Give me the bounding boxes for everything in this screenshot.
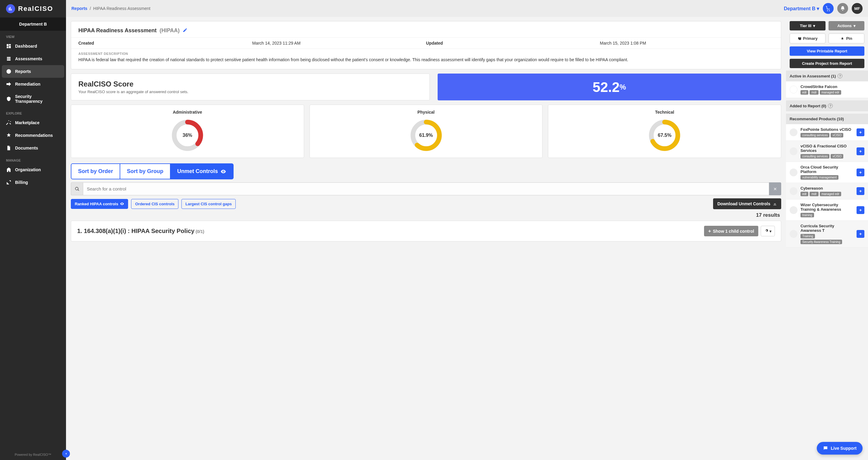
tab-sort-order[interactable]: Sort by Order [71,163,120,179]
view-printable-button[interactable]: View Printable Report [789,47,864,56]
product-name: Curricula Security Awareness T [801,224,854,233]
add-product-button[interactable]: + [857,206,864,214]
actions-dropdown[interactable]: Actions ▾ [829,21,864,30]
nav-item-label: Marketplace [15,120,39,125]
product-name: Wizer Cybersecurity Training & Awareness [801,203,854,212]
nav-documents[interactable]: Documents [0,142,66,154]
nav-billing[interactable]: Billing [0,176,66,189]
add-product-button[interactable]: + [857,128,864,136]
product-tag: vCISO [831,154,843,159]
product-tag: mdr [809,192,818,196]
sidebar: RealCISO Department B VIEWDashboardAsses… [0,0,66,460]
updated-value: March 15, 2023 1:08 PM [600,41,646,45]
active-product-item[interactable]: CrowdStrike Falcon edrmdrmanaged edr [786,82,868,98]
product-tag: edr [801,90,808,95]
tab-unmet-controls[interactable]: Unmet Controls [170,163,234,179]
product-logo-icon [789,230,798,238]
score-percent: % [620,83,626,91]
recommended-products-header: Recommended Products (10) [786,114,868,124]
nav-assessments[interactable]: Assessments [0,53,66,65]
product-name: Cybereason [801,186,854,190]
breadcrumb-current: HIPAA Readiness Assessment [93,6,150,11]
description-label: ASSESSMENT DESCRIPTION [71,49,781,57]
nav-reports[interactable]: Reports [2,65,64,78]
product-tag: mdr [809,90,818,95]
add-product-button[interactable]: + [857,187,864,195]
results-count: 17 results [72,212,780,218]
tier-dropdown[interactable]: Tier III ▾ [789,21,826,30]
product-tag: Security Awareness Training [801,240,842,244]
recommended-product-item[interactable]: Curricula Security Awareness T TrainingS… [786,221,868,247]
search-input[interactable] [83,182,769,195]
description-text: HIPAA is federal law that required the c… [71,57,781,69]
nav-item-label: Security Transparency [15,94,60,104]
control-gear-button[interactable]: ▾ [761,226,775,236]
tab-sort-group[interactable]: Sort by Group [120,163,170,179]
sidebar-department: Department B [0,18,66,31]
nav-section-label: MANAGE [0,154,66,163]
pin-button[interactable]: Pin [829,33,864,43]
clear-search-button[interactable]: ✕ [769,182,781,195]
tenant-dropdown[interactable]: Department B ▾ [784,6,819,11]
pill-ordered-cis[interactable]: Ordered CIS controls [131,199,179,209]
donut-value: 36% [183,133,192,138]
assessment-subtitle: (HIPAA) [159,27,180,34]
product-name: Orca Cloud Security Platform [801,165,854,174]
product-tag: vulnerability management [801,175,838,180]
brand-name: RealCISO [18,5,53,13]
brand-logo-icon [6,4,15,13]
add-product-button[interactable]: + [857,168,864,176]
nav-organization[interactable]: Organization [0,163,66,176]
breadcrumb-root[interactable]: Reports [71,6,87,11]
nav-recommendations[interactable]: Recommendations [0,129,66,142]
donut-title: Technical [553,110,776,115]
primary-button[interactable]: Primary [789,33,826,43]
sidebar-collapse-button[interactable] [62,450,70,458]
recommended-product-item[interactable]: FoxPointe Solutions vCISO consulting ser… [786,124,868,141]
live-support-button[interactable]: Live Support [817,442,863,455]
product-logo-icon [789,128,798,136]
donut-card-physical: Physical 61.9% [310,104,543,158]
search-icon [71,182,83,195]
nav-item-label: Remediation [15,82,40,87]
sidebar-footer: Powered by RealCISO™ [0,449,66,460]
product-tag: consulting services [801,133,830,137]
content-area: HIPAA Readiness Assessment (HIPAA) Creat… [66,17,786,460]
user-avatar[interactable]: MF [852,3,863,14]
add-product-button[interactable]: + [857,147,864,155]
cart-button[interactable] [823,3,834,14]
nav-item-label: Assessments [15,56,42,61]
product-tag: managed edr [820,192,841,196]
show-child-button[interactable]: + Show 1 child control [704,226,758,236]
recommended-product-item[interactable]: vCISO & Fractional CISO Services consult… [786,141,868,162]
nav-dashboard[interactable]: Dashboard [0,40,66,53]
donut-title: Administrative [76,110,299,115]
create-project-button[interactable]: Create Project from Report [789,59,864,68]
recommended-product-item[interactable]: Orca Cloud Security Platform vulnerabili… [786,162,868,183]
nav-security-transparency-icon [6,96,11,101]
recommended-product-item[interactable]: Wizer Cybersecurity Training & Awareness… [786,200,868,221]
help-icon[interactable]: ? [828,103,833,108]
brand-logo[interactable]: RealCISO [0,0,66,18]
donut-title: Physical [315,110,538,115]
help-icon[interactable]: ? [838,73,842,79]
score-title-card: RealCISO Score Your RealCISO score is an… [71,73,430,100]
nav-item-label: Reports [15,69,31,74]
download-unmet-button[interactable]: Download Unmet Controls [713,198,781,209]
recommended-product-item[interactable]: Cybereason edrmdrmanaged edr + [786,183,868,200]
add-product-button[interactable]: + [857,230,864,238]
pill-ranked-hipaa[interactable]: Ranked HIPAA controls [71,199,128,209]
nav-item-label: Dashboard [15,44,37,49]
pill-largest-cis[interactable]: Largest CIS control gaps [181,199,236,209]
nav-marketplace[interactable]: Marketplace [0,116,66,129]
nav-item-label: Recommendations [15,133,53,138]
product-name: FoxPointe Solutions vCISO [801,127,854,132]
added-to-report-header: Added to Report (0) ? [786,100,868,111]
nav-security-transparency[interactable]: Security Transparency [0,90,66,107]
sort-tabs: Sort by Order Sort by Group Unmet Contro… [71,163,781,179]
edit-title-button[interactable] [183,28,187,33]
nav-item-label: Documents [15,146,38,150]
notifications-button[interactable] [837,3,848,14]
score-value-card: 52.2 % [438,73,781,100]
nav-remediation[interactable]: Remediation [0,78,66,90]
